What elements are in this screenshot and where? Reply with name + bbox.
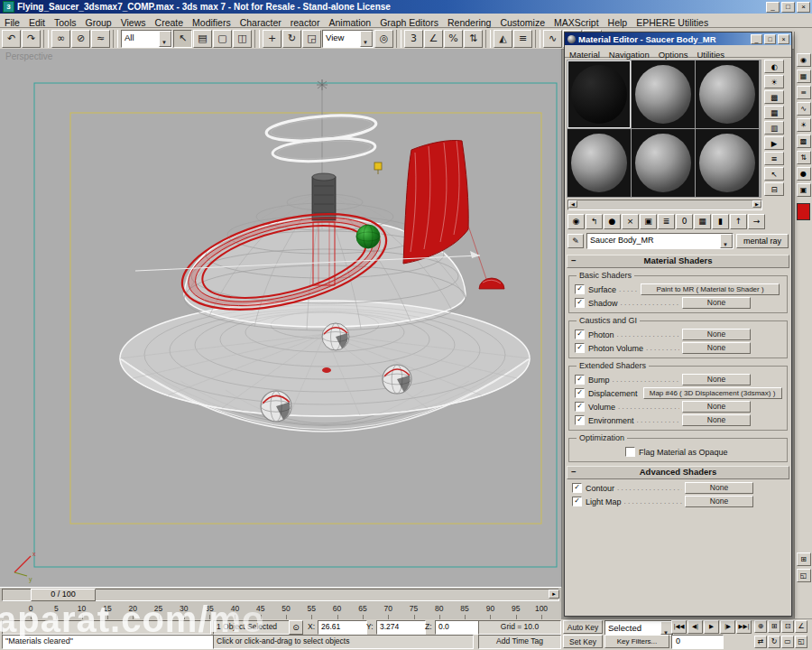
assign-material-to-selection-button[interactable]: ●	[604, 214, 621, 229]
scroll-left-icon[interactable]: ◀	[568, 200, 577, 208]
current-frame-field[interactable]: 0	[671, 635, 724, 649]
material-editor-window[interactable]: Material Editor - Saucer Body_MR _ □ × M…	[564, 32, 792, 617]
curve-editor-button[interactable]: ∿	[543, 30, 562, 48]
show-end-result-button[interactable]: ▮	[712, 214, 729, 229]
dock-button-5[interactable]: ☀	[797, 118, 811, 132]
coord-x-field[interactable]: 26.61	[318, 620, 367, 635]
material-sample-slot-4[interactable]	[567, 129, 631, 197]
shader-slot-button-shadow[interactable]: None	[682, 297, 751, 309]
red-color-swatch[interactable]	[797, 203, 810, 220]
unlink-selection-button[interactable]: ⊘	[71, 30, 90, 48]
go-to-parent-button[interactable]: ↑	[730, 214, 747, 229]
dock-button-2[interactable]: ▦	[797, 70, 811, 83]
minimize-button[interactable]: _	[766, 2, 780, 13]
material-map-navigator-icon[interactable]: ⊟	[764, 182, 784, 196]
me-close-button[interactable]: ×	[778, 34, 789, 44]
me-menu-utilities[interactable]: Utilities	[692, 50, 729, 60]
go-to-start-button[interactable]: |◀◀	[671, 620, 687, 634]
zoom-button[interactable]: ⊕	[754, 620, 767, 633]
checkbox-volume[interactable]: ✓	[575, 402, 585, 412]
redo-button[interactable]: ↷	[22, 30, 41, 48]
rollout-material-shaders[interactable]: − Material Shaders	[567, 255, 789, 268]
set-key-button[interactable]: Set Key	[563, 635, 603, 648]
time-slider-next-button[interactable]: ▸	[549, 590, 559, 599]
menu-views[interactable]: Views	[116, 16, 151, 29]
checkbox-surface[interactable]: ✓	[575, 284, 585, 294]
maxscript-mini-listener[interactable]	[2, 620, 211, 635]
menu-character[interactable]: Character	[235, 16, 286, 29]
go-to-end-button[interactable]: ▶▶|	[736, 620, 752, 634]
material-id-channel-button[interactable]: 0	[676, 214, 693, 229]
background-icon[interactable]: ▩	[764, 90, 784, 104]
put-to-library-button[interactable]: ≣	[658, 214, 675, 229]
shader-slot-button-photon[interactable]: None	[682, 329, 751, 340]
checkbox-contour[interactable]: ✓	[572, 483, 582, 493]
previous-frame-button[interactable]: ◀|	[687, 620, 703, 634]
menu-animation[interactable]: Animation	[324, 16, 375, 29]
menu-customize[interactable]: Customize	[495, 16, 549, 29]
checkbox-photon[interactable]: ✓	[575, 330, 585, 339]
menu-group[interactable]: Group	[81, 16, 116, 29]
maxscript-listener-line[interactable]: "Materials cleared"	[2, 635, 214, 649]
select-and-scale-button[interactable]: ◲	[302, 30, 321, 48]
maximize-button[interactable]: □	[781, 2, 795, 13]
menu-edit[interactable]: Edit	[24, 16, 50, 29]
menu-ephere-utilities[interactable]: EPHERE Utilities	[632, 16, 713, 29]
key-filters-button[interactable]: Key Filters...	[604, 635, 669, 648]
menu-modifiers[interactable]: Modifiers	[188, 16, 235, 29]
checkbox-environment[interactable]: ✓	[575, 415, 585, 425]
title-bar[interactable]: 3 Flying_Saucer_3dsmax7_COMP.max - 3ds m…	[0, 0, 812, 14]
shader-slot-button-environment[interactable]: None	[682, 414, 751, 426]
coord-y-field[interactable]: 3.274	[376, 620, 426, 635]
use-pivot-point-center-button[interactable]: ◎	[374, 30, 393, 48]
chevron-down-icon[interactable]	[720, 234, 733, 248]
selection-set-dropdown[interactable]: Selected	[604, 620, 674, 636]
dock-button-9[interactable]: ▣	[797, 183, 811, 197]
checkbox-light-map[interactable]: ✓	[572, 497, 582, 506]
sample-uv-tiling-icon[interactable]: ▦	[764, 106, 784, 119]
dock-button-7[interactable]: ⇅	[797, 151, 811, 164]
zoom-all-button[interactable]: ⊞	[768, 620, 780, 633]
video-color-check-icon[interactable]: ▥	[764, 121, 784, 135]
make-preview-icon[interactable]: ▶	[764, 136, 784, 150]
arc-rotate-button[interactable]: ↻	[768, 636, 780, 648]
checkbox-flag-material-as-opaque[interactable]	[625, 447, 635, 457]
percent-snap-toggle-button[interactable]: %	[444, 30, 463, 48]
selection-lock-toggle[interactable]: ⊙	[289, 620, 303, 635]
play-button[interactable]: ▶	[704, 620, 719, 634]
me-maximize-button[interactable]: □	[764, 34, 776, 44]
dock-button-6[interactable]: ▩	[797, 135, 811, 148]
pick-material-icon[interactable]: ✎	[567, 234, 584, 248]
zoom-region-button[interactable]: ▭	[781, 636, 794, 648]
add-time-tag[interactable]: Add Time Tag	[478, 635, 561, 649]
scroll-right-icon[interactable]: ▶	[752, 200, 761, 208]
close-button[interactable]: ×	[797, 2, 810, 13]
shader-slot-button-light-map[interactable]: None	[685, 496, 753, 507]
track-bar[interactable]: 0510152025303540455055606570758085909510…	[0, 602, 561, 620]
dock-button-1[interactable]: ◉	[797, 53, 811, 67]
checkbox-displacement[interactable]: ✓	[575, 388, 585, 398]
select-and-rotate-button[interactable]: ↻	[282, 30, 301, 48]
show-map-in-viewport-button[interactable]: ▦	[694, 214, 711, 229]
chevron-down-icon[interactable]	[360, 31, 373, 47]
shader-slot-button-bump[interactable]: None	[682, 374, 751, 385]
align-button[interactable]: ≡	[513, 30, 532, 48]
rectangular-selection-region-button[interactable]: ▢	[213, 30, 232, 48]
me-menu-material[interactable]: Material	[565, 50, 604, 60]
bind-to-space-warp-button[interactable]: ≈	[91, 30, 110, 48]
select-object-button[interactable]: ↖	[173, 30, 192, 48]
shader-slot-button-volume[interactable]: None	[682, 401, 751, 413]
min-max-toggle-button[interactable]: ◱	[795, 636, 807, 648]
menu-create[interactable]: Create	[151, 16, 189, 29]
material-type-button[interactable]: mental ray	[736, 234, 789, 248]
sample-scrollbar[interactable]: ◀ ▶	[567, 200, 762, 210]
sample-type-icon[interactable]: ◐	[764, 60, 784, 73]
select-and-link-button[interactable]: ∞	[51, 30, 70, 48]
zoom-extents-all-button[interactable]: ⊡	[781, 620, 794, 633]
menu-maxscript[interactable]: MAXScript	[549, 16, 604, 29]
material-sample-slot-2[interactable]	[632, 60, 695, 128]
make-material-copy-button[interactable]: ▣	[640, 214, 657, 229]
menu-tools[interactable]: Tools	[50, 16, 81, 29]
menu-graph-editors[interactable]: Graph Editors	[375, 16, 443, 29]
menu-reactor[interactable]: reactor	[286, 16, 325, 29]
